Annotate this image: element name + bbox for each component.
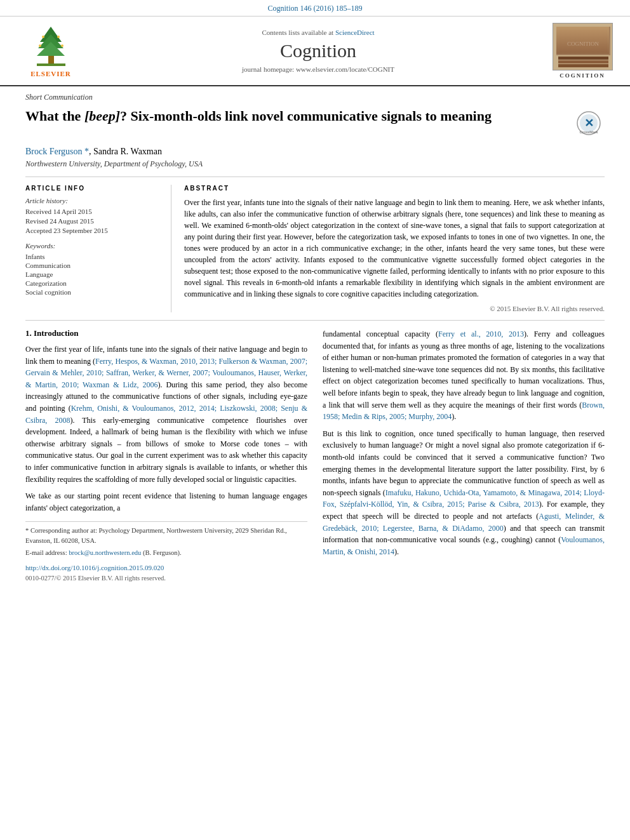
keyword-4: Categorization [25, 279, 161, 287]
abstract-label: ABSTRACT [184, 185, 605, 192]
right-paragraph-1: fundamental conceptual capacity (Ferry e… [323, 328, 605, 423]
ref-brown-1958[interactable]: Brown, 1958; Medin & Rips, 2005; Murphy,… [323, 401, 605, 422]
section-divider [25, 320, 605, 321]
svg-rect-0 [48, 55, 54, 65]
svg-rect-14 [558, 64, 608, 67]
journal-citation: Cognition 146 (2016) 185–189 [268, 4, 363, 13]
svg-point-8 [61, 44, 64, 47]
ref-vouloumanos-2014[interactable]: Vouloumanos, Martin, & Onishi, 2014 [323, 535, 605, 556]
svg-rect-13 [558, 60, 608, 63]
article-info-label: ARTICLE INFO [25, 185, 161, 192]
elsevier-tree-icon [24, 24, 78, 67]
ref-agusti[interactable]: Agusti, Melinder, & Gredebäck, 2010; Leg… [323, 512, 605, 533]
history-label: Article history: [25, 197, 161, 204]
email-link[interactable]: brock@u.northwestern.edu [69, 549, 141, 556]
svg-point-6 [57, 36, 60, 38]
authors: Brock Ferguson *, Sandra R. Waxman [25, 147, 605, 157]
elsevier-logo: ELSEVIER [13, 24, 89, 77]
svg-text:CrossMark: CrossMark [579, 130, 598, 134]
crossmark-icon: ✕ CrossMark [576, 110, 601, 136]
rights-reserved: 0010-0277/© 2015 Elsevier B.V. All right… [25, 575, 166, 582]
article-title: What the [beep]? Six-month-olds link nov… [25, 107, 573, 126]
right-paragraph-2: But is this link to cognition, once tune… [323, 428, 605, 558]
journal-homepage: journal homepage: www.elsevier.com/locat… [102, 65, 535, 73]
keywords-label: Keywords: [25, 242, 161, 250]
cover-image: COGNITION [553, 23, 613, 70]
journal-title: Cognition [102, 40, 535, 62]
ref-ferry-2010-2013[interactable]: Ferry et al., 2010, 2013 [438, 330, 524, 338]
article-title-row: What the [beep]? Six-month-olds link nov… [25, 107, 605, 139]
journal-citation-bar: Cognition 146 (2016) 185–189 [0, 0, 630, 17]
affiliation: Northwestern University, Department of P… [25, 159, 605, 169]
keyword-5: Social cognition [25, 288, 161, 296]
ref-ferry-2010[interactable]: Ferry, Hespos, & Waxman, 2010, 2013; Ful… [25, 357, 307, 389]
body-content: 1. Introduction Over the first year of l… [25, 328, 605, 583]
received-date: Received 14 April 2015 [25, 208, 161, 215]
corresponding-author-note: * Corresponding author at: Psychology De… [25, 526, 307, 545]
svg-text:✕: ✕ [584, 117, 594, 130]
svg-marker-4 [37, 42, 65, 56]
journal-center: Contents lists available at ScienceDirec… [89, 29, 547, 73]
revised-date: Revised 24 August 2015 [25, 217, 161, 225]
article-info-column: ARTICLE INFO Article history: Received 1… [25, 185, 171, 312]
abstract-text: Over the first year, infants tune into t… [184, 197, 605, 300]
svg-point-5 [42, 36, 44, 38]
copyright: © 2015 Elsevier B.V. All rights reserved… [184, 305, 605, 312]
cover-cognition-label: COGNITION [560, 72, 605, 79]
accepted-date: Accepted 23 September 2015 [25, 227, 161, 234]
body-right-column: fundamental conceptual capacity (Ferry e… [323, 328, 605, 583]
cover-art-icon: COGNITION [553, 23, 613, 70]
intro-paragraph-1: Over the first year of life, infants tun… [25, 343, 307, 485]
sciencedirect-link[interactable]: ScienceDirect [335, 29, 375, 36]
cognition-cover: COGNITION COGNITION [547, 23, 617, 79]
keyword-2: Communication [25, 262, 161, 269]
email-note: E-mail address: brock@u.northwestern.edu… [25, 548, 307, 557]
footnote-area: * Corresponding author at: Psychology De… [25, 521, 307, 557]
doi-links: http://dx.doi.org/10.1016/j.cognition.20… [25, 564, 307, 583]
article-type: Short Communication [25, 93, 605, 102]
keyword-3: Language [25, 270, 161, 278]
abstract-column: ABSTRACT Over the first year, infants tu… [184, 185, 605, 312]
svg-point-7 [39, 44, 41, 47]
journal-header: ELSEVIER Contents lists available at Sci… [0, 17, 630, 86]
svg-text:COGNITION: COGNITION [567, 41, 599, 47]
doi-link[interactable]: http://dx.doi.org/10.1016/j.cognition.20… [25, 564, 307, 571]
author-link[interactable]: Brock Ferguson * [25, 147, 89, 156]
svg-rect-10 [556, 27, 610, 55]
elsevier-label: ELSEVIER [30, 70, 71, 77]
ref-krehm[interactable]: Krehm, Onishi, & Vouloumanos, 2012, 2014… [25, 404, 307, 425]
svg-rect-12 [558, 57, 608, 60]
svg-rect-1 [37, 63, 65, 66]
ref-imafuku[interactable]: Imafuku, Hakuno, Uchida-Ota, Yamamoto, &… [323, 488, 605, 509]
intro-paragraph-2: We take as our starting point recent evi… [25, 490, 307, 514]
svg-rect-11 [560, 30, 607, 52]
keyword-1: Infants [25, 253, 161, 260]
introduction-heading: 1. Introduction [25, 328, 307, 338]
crossmark-badge: ✕ CrossMark [573, 107, 605, 139]
body-left-column: 1. Introduction Over the first year of l… [25, 328, 307, 583]
article-container: Short Communication What the [beep]? Six… [0, 86, 630, 596]
contents-line: Contents lists available at ScienceDirec… [102, 29, 535, 36]
article-info-abstract: ARTICLE INFO Article history: Received 1… [25, 177, 605, 312]
